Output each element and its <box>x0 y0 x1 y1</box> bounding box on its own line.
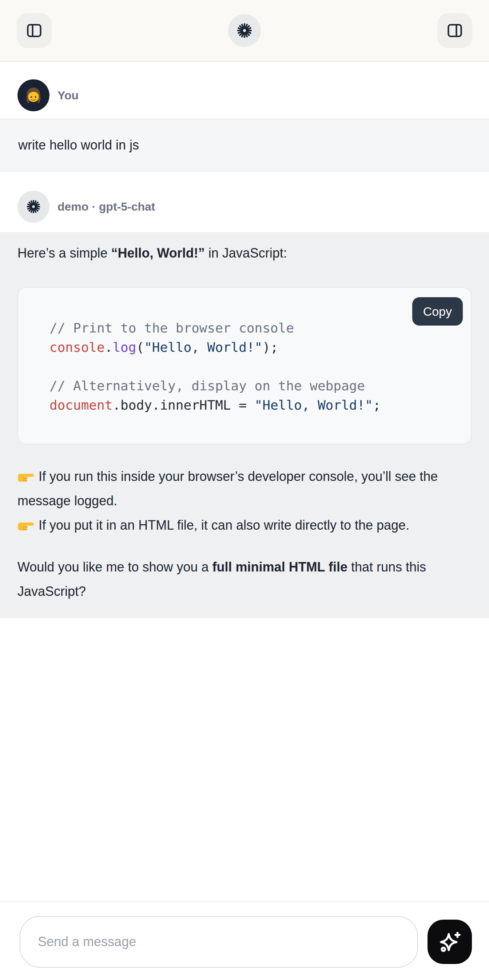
app-logo-badge <box>228 14 261 47</box>
intro-text-after: in JavaScript: <box>205 245 287 261</box>
assistant-bullets-paragraph: If you run this inside your browser’s de… <box>18 464 471 537</box>
message-input[interactable] <box>20 916 418 967</box>
intro-text: Here’s a simple <box>18 245 111 261</box>
panel-left-icon <box>25 22 43 39</box>
composer-bar <box>0 901 489 980</box>
assistant-message-header: demo · gpt-5-chat <box>18 191 471 223</box>
starburst-logo-icon <box>236 22 253 39</box>
assistant-message: Here’s a simple “Hello, World!” in JavaS… <box>0 232 489 618</box>
bullet-text: If you put it in an HTML file, it can al… <box>38 518 409 533</box>
bullet-text: If you run this inside your browser’s de… <box>18 469 438 508</box>
sparkle-plus-icon <box>438 930 461 953</box>
panel-right-icon <box>446 22 464 39</box>
user-message-text: write hello world in js <box>18 137 139 153</box>
pointing-right-emoji-icon <box>18 519 34 532</box>
right-panel-toggle-button[interactable] <box>437 13 472 48</box>
sidebar-toggle-button[interactable] <box>17 13 52 48</box>
send-button[interactable] <box>427 920 472 964</box>
assistant-avatar <box>18 191 49 223</box>
top-bar <box>0 0 489 62</box>
user-avatar <box>18 79 49 111</box>
closing-text: Would you like me to show you a <box>18 560 212 574</box>
assistant-sender-label: demo · gpt-5-chat <box>57 200 155 213</box>
person-emoji-icon <box>22 84 45 107</box>
copy-code-button[interactable]: Copy <box>412 297 463 326</box>
intro-bold-text: “Hello, World!” <box>111 245 204 261</box>
closing-bold-text: full minimal HTML file <box>212 560 347 574</box>
assistant-closing-paragraph: Would you like me to show you a full min… <box>18 555 471 603</box>
user-message: write hello world in js <box>0 119 489 172</box>
code-content: // Print to the browser console console.… <box>49 318 456 415</box>
code-block: Copy // Print to the browser console con… <box>18 287 471 444</box>
pointing-right-emoji-icon <box>18 470 34 484</box>
chat-scroll-area: You write hello world in js demo · gpt-5… <box>0 62 489 901</box>
user-message-header: You <box>18 79 471 111</box>
user-sender-label: You <box>57 89 79 102</box>
assistant-intro-paragraph: Here’s a simple “Hello, World!” in JavaS… <box>18 241 471 265</box>
starburst-logo-icon <box>26 199 41 214</box>
